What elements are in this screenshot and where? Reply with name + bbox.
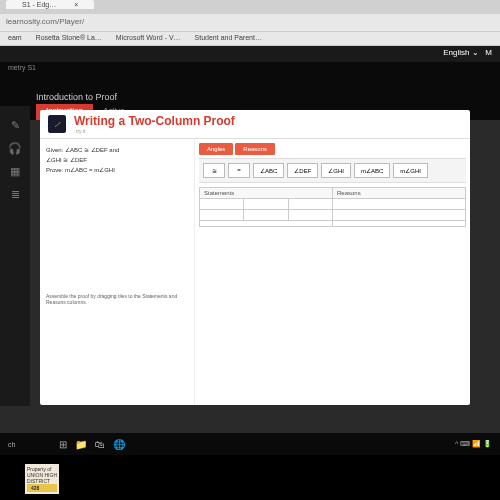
content-card: ⟋ Writing a Two-Column Proof try it Give… (40, 110, 470, 405)
prove-line: Prove: m∠ABC = m∠GHI (46, 167, 188, 175)
tile[interactable]: ∠GHI (321, 163, 351, 178)
table-row[interactable] (200, 210, 332, 221)
lesson-header: Introduction to Proof (0, 90, 153, 104)
language-selector[interactable]: English ⌄ M (443, 48, 492, 60)
problem-panel: Given: ∠ABC ≅ ∠DEF and ∠GHI ≅ ∠DEF Prove… (40, 139, 195, 405)
tile-tray: ≅ = ∠ABC ∠DEF ∠GHI m∠ABC m∠GHI (199, 158, 466, 183)
column-header: Statements (200, 188, 332, 199)
tile[interactable]: m∠ABC (354, 163, 390, 178)
given-line: ∠GHI ≅ ∠DEF (46, 157, 188, 165)
explorer-icon[interactable]: 📁 (75, 439, 87, 450)
tool-sidebar: ✎ 🎧 ▦ ≣ (0, 106, 30, 406)
selector-row: Angles Reasons (199, 143, 466, 155)
subtitle: try it (76, 128, 235, 134)
tile[interactable]: ∠ABC (253, 163, 284, 178)
work-panel: Angles Reasons ≅ = ∠ABC ∠DEF ∠GHI m∠ABC … (195, 139, 470, 405)
bookmarks-bar: eam Rosetta Stone® La… Microsoft Word - … (0, 32, 500, 46)
search-button[interactable]: ch (8, 441, 15, 448)
resources-icon[interactable]: ≣ (11, 188, 20, 201)
bookmark[interactable]: Student and Parent… (195, 34, 262, 41)
given-line: Given: ∠ABC ≅ ∠DEF and (46, 147, 188, 155)
table-row[interactable] (333, 210, 465, 221)
course-title: metry S1 (0, 62, 500, 76)
system-tray[interactable]: ^ ⌨ 📶 🔋 (455, 440, 492, 448)
windows-taskbar: ch ⊞ 📁 🛍 🌐 ^ ⌨ 📶 🔋 (0, 433, 500, 455)
asset-sticker: Property of UNION HIGH DISTRICT 428 (25, 464, 59, 494)
browser-tab[interactable]: S1 - Edg… × (6, 0, 94, 9)
bookmark[interactable]: eam (8, 34, 22, 41)
hint: Assemble the proof by dragging tiles to … (46, 293, 188, 305)
lms-header: English ⌄ M (0, 46, 500, 62)
card-header: ⟋ Writing a Two-Column Proof try it (40, 110, 470, 139)
bookmark[interactable]: Rosetta Stone® La… (36, 34, 102, 41)
selector-angles[interactable]: Angles (199, 143, 233, 155)
app-icon: ⟋ (48, 115, 66, 133)
task-view-icon[interactable]: ⊞ (59, 439, 67, 450)
store-icon[interactable]: 🛍 (95, 439, 105, 450)
close-icon[interactable]: × (66, 0, 86, 9)
bookmark[interactable]: Microsoft Word - V… (116, 34, 181, 41)
page-title: Writing a Two-Column Proof (74, 114, 235, 128)
table-row[interactable] (333, 199, 465, 210)
headphones-icon[interactable]: 🎧 (8, 142, 22, 155)
edge-icon[interactable]: 🌐 (113, 439, 125, 450)
statements-column[interactable]: Statements (200, 188, 333, 226)
url-bar[interactable]: learnosity.com/Player/ (0, 14, 500, 32)
laptop-bezel: Property of UNION HIGH DISTRICT 428 (0, 455, 500, 500)
table-row[interactable] (200, 199, 332, 210)
pencil-icon[interactable]: ✎ (11, 119, 20, 132)
tile[interactable]: m∠GHI (393, 163, 428, 178)
column-header: Reasons (333, 188, 465, 199)
calendar-icon[interactable]: ▦ (10, 165, 20, 178)
reasons-column[interactable]: Reasons (333, 188, 465, 226)
tile[interactable]: ≅ (203, 163, 225, 178)
selector-reasons[interactable]: Reasons (235, 143, 275, 155)
tile[interactable]: = (228, 163, 250, 178)
browser-tab-strip: S1 - Edg… × (0, 0, 500, 14)
tile[interactable]: ∠DEF (287, 163, 318, 178)
